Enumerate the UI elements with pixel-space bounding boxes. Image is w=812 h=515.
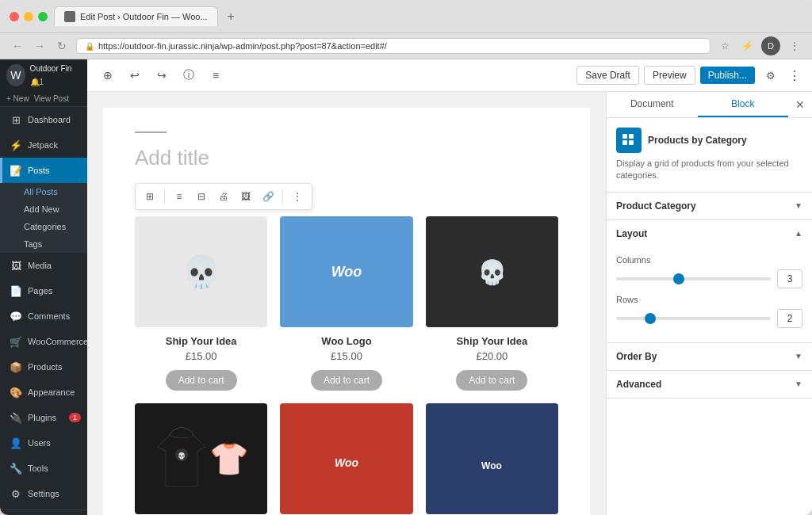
reload-button[interactable]: ↻: [54, 38, 70, 54]
maximize-button[interactable]: [38, 12, 48, 21]
submenu-tags[interactable]: Tags: [0, 235, 87, 253]
align-left-button[interactable]: ≡: [170, 187, 189, 206]
editor-more-button[interactable]: ⋮: [787, 64, 802, 86]
posts-icon: 📝: [9, 163, 23, 177]
sidebar-item-media[interactable]: 🖼 Media: [0, 253, 87, 278]
product-image-6: Woo: [426, 403, 558, 514]
preview-button[interactable]: Preview: [644, 66, 695, 85]
sidebar-item-pages[interactable]: 📄 Pages: [0, 278, 87, 303]
browser-tab[interactable]: Edit Post › Outdoor Fin — Woo...: [54, 6, 218, 26]
add-to-cart-button-1[interactable]: Add to cart: [166, 370, 237, 391]
plugins-badge: 1: [69, 413, 81, 422]
editor-settings-button[interactable]: ⚙: [760, 64, 782, 86]
profile-icon[interactable]: D: [761, 36, 780, 55]
sidebar-item-tools[interactable]: 🔧 Tools: [0, 456, 87, 481]
content-with-sidebar: Add title ⊞ ≡ ⊟ 🖨 🖼 🔗 ⋮: [87, 92, 812, 515]
columns-label: Columns: [616, 255, 802, 265]
sidebar-menu: ⊞ Dashboard ⚡ Jetpack 📝 Posts All Posts …: [0, 107, 87, 515]
add-to-cart-button-2[interactable]: Add to cart: [311, 370, 382, 391]
redo-button[interactable]: ↪: [151, 64, 173, 86]
back-button[interactable]: ←: [10, 38, 25, 54]
columns-slider-row: 3: [616, 269, 802, 288]
wp-logo[interactable]: W: [6, 64, 25, 86]
layout-chevron: ▲: [795, 229, 802, 238]
sidebar-item-comments[interactable]: 💬 Comments: [0, 303, 87, 329]
info-button[interactable]: ⓘ: [178, 64, 200, 86]
submenu-all-posts[interactable]: All Posts: [0, 183, 87, 200]
view-post-link[interactable]: View Post: [34, 94, 69, 103]
sidebar-item-posts[interactable]: 📝 Posts: [0, 158, 87, 183]
add-to-cart-button-3[interactable]: Add to cart: [456, 370, 527, 391]
product-name-1: Ship Your Idea: [135, 335, 267, 347]
sidebar-item-users[interactable]: 👤 Users: [0, 430, 87, 456]
save-draft-button[interactable]: Save Draft: [576, 66, 639, 85]
menu-icon[interactable]: ⋮: [787, 38, 802, 54]
sidebar-item-dashboard[interactable]: ⊞ Dashboard: [0, 107, 87, 132]
editor-canvas[interactable]: Add title ⊞ ≡ ⊟ 🖨 🖼 🔗 ⋮: [87, 92, 606, 515]
rows-value: 2: [777, 309, 802, 328]
product-image-5: Woo: [280, 403, 412, 514]
sidebar-item-settings[interactable]: ⚙ Settings: [0, 481, 87, 506]
close-button[interactable]: [10, 12, 19, 21]
forward-button[interactable]: →: [32, 38, 48, 54]
product-category-header[interactable]: Product Category ▼: [607, 193, 812, 219]
comments-icon: 💬: [9, 309, 23, 323]
link-button[interactable]: 🔗: [259, 187, 278, 206]
advanced-header[interactable]: Advanced ▼: [607, 371, 812, 398]
panel-close-button[interactable]: ✕: [788, 92, 812, 117]
sidebar-item-appearance[interactable]: 🎨 Appearance: [0, 380, 87, 405]
tab-document[interactable]: Document: [607, 92, 698, 117]
panel-tabs: Document Block ✕: [607, 92, 812, 118]
woocommerce-icon: 🛒: [9, 334, 23, 349]
site-name[interactable]: Outdoor Fin: [30, 64, 72, 73]
order-by-header[interactable]: Order By ▼: [607, 343, 812, 370]
sidebar-label-jetpack: Jetpack: [28, 140, 58, 150]
bookmark-icon[interactable]: ☆: [717, 38, 733, 54]
block-type-icon[interactable]: ⊞: [140, 187, 159, 206]
layout-header[interactable]: Layout ▲: [607, 220, 812, 247]
new-tab-button[interactable]: +: [228, 10, 235, 24]
order-by-label: Order By: [616, 351, 657, 362]
tab-block[interactable]: Block: [698, 92, 789, 117]
submenu-add-new[interactable]: Add New: [0, 200, 87, 218]
sidebar-label-appearance: Appearance: [28, 387, 75, 397]
product-image-4: 💀: [135, 403, 267, 514]
tools-icon: 🔧: [9, 461, 23, 475]
layout-label: Layout: [616, 228, 647, 239]
order-by-chevron: ▼: [795, 352, 802, 360]
publish-button[interactable]: Publish...: [700, 67, 755, 84]
sidebar-item-woocommerce[interactable]: 🛒 WooCommerce: [0, 329, 87, 354]
sidebar-label-tools: Tools: [28, 464, 48, 473]
address-bar[interactable]: 🔒 https://outdoor-fin.jurassic.ninja/wp-…: [76, 38, 710, 54]
panel-section-layout: Layout ▲ Columns 3 Rows: [607, 220, 812, 343]
new-button[interactable]: + New: [6, 94, 29, 103]
more-options-button[interactable]: ⋮: [288, 187, 307, 206]
image-button[interactable]: 🖼: [236, 187, 255, 206]
minimize-button[interactable]: [24, 12, 33, 21]
comments-count: 🔔1: [30, 78, 44, 86]
product-name-2: Woo Logo: [280, 335, 412, 347]
panel-section-product-category: Product Category ▼: [607, 193, 812, 220]
rows-slider-row: 2: [616, 309, 802, 328]
block-navigation-button[interactable]: ⊕: [97, 64, 119, 86]
post-title[interactable]: Add title: [135, 146, 558, 170]
advanced-label: Advanced: [616, 379, 661, 390]
sidebar-item-jetpack[interactable]: ⚡ Jetpack: [0, 132, 87, 158]
print-button[interactable]: 🖨: [214, 187, 233, 206]
sidebar-item-products[interactable]: 📦 Products: [0, 354, 87, 380]
sidebar-label-pages: Pages: [28, 286, 52, 296]
sidebar-item-plugins[interactable]: 🔌 Plugins 1: [0, 405, 87, 430]
list-view-button[interactable]: ≡: [205, 64, 227, 86]
rows-slider[interactable]: [616, 317, 771, 320]
traffic-lights: [10, 12, 48, 21]
extension-icon[interactable]: ⚡: [739, 38, 755, 54]
product-card-3: Ship Your Idea £20.00 Add to cart: [426, 216, 558, 391]
jetpack-icon: ⚡: [9, 138, 23, 152]
sidebar-label-comments: Comments: [28, 311, 70, 321]
product-category-label: Product Category: [616, 200, 696, 212]
rows-label: Rows: [616, 295, 802, 304]
submenu-categories[interactable]: Categories: [0, 218, 87, 235]
align-center-button[interactable]: ⊟: [192, 187, 211, 206]
columns-slider[interactable]: [616, 277, 771, 280]
undo-button[interactable]: ↩: [124, 64, 146, 86]
